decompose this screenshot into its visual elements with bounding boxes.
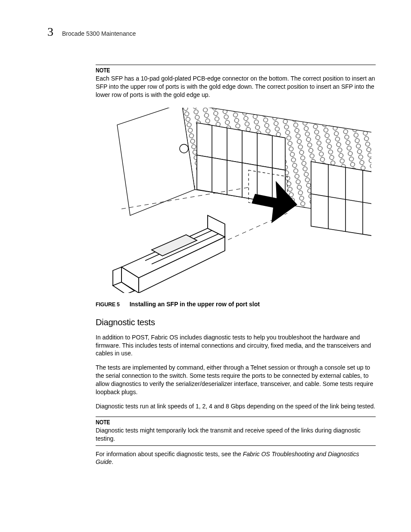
sfp-install-diagram-icon	[96, 108, 371, 293]
note-text: Each SFP has a 10-pad gold-plated PCB-ed…	[96, 75, 376, 99]
note-rule-bottom	[96, 445, 376, 446]
note-label: NOTE	[96, 67, 342, 74]
page-header: 3 Brocade 5300 Maintenance	[47, 25, 377, 39]
paragraph: Diagnostic tests run at link speeds of 1…	[96, 402, 376, 411]
figure-number: FIGURE 5	[96, 301, 120, 308]
page-content: NOTE Each SFP has a 10-pad gold-plated P…	[96, 65, 376, 466]
section-heading-diagnostic-tests: Diagnostic tests	[96, 317, 364, 327]
note-label: NOTE	[96, 419, 342, 426]
paragraph: The tests are implemented by command, ei…	[96, 364, 376, 396]
note-rule-top	[96, 65, 376, 65]
figure-caption: FIGURE 5 Installing an SFP in the upper …	[96, 301, 376, 308]
closing-suffix: .	[112, 458, 113, 465]
figure-sfp-install	[96, 108, 371, 293]
svg-marker-10	[311, 162, 371, 237]
paragraph: In addition to POST, Fabric OS includes …	[96, 333, 376, 358]
closing-paragraph: For information about specific diagnosti…	[96, 450, 376, 467]
note-rule-top	[96, 417, 376, 417]
chapter-title: Brocade 5300 Maintenance	[62, 30, 136, 37]
svg-marker-2	[117, 108, 195, 215]
note-text: Diagnostic tests might temporarily lock …	[96, 426, 376, 443]
closing-prefix: For information about specific diagnosti…	[96, 451, 243, 457]
figure-title: Installing an SFP in the upper row of po…	[130, 301, 260, 308]
chapter-number: 3	[47, 25, 53, 39]
